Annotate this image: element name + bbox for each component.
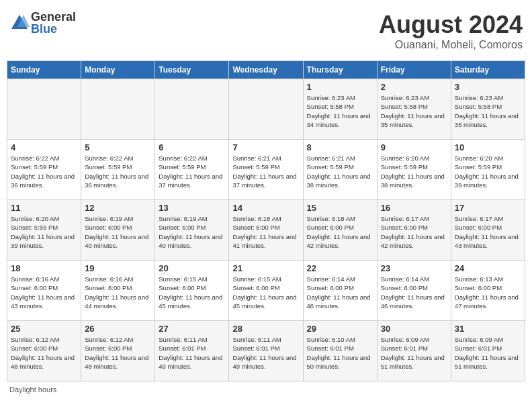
day-info: Sunrise: 6:14 AM Sunset: 6:00 PM Dayligh…: [307, 275, 373, 310]
day-number: 26: [85, 324, 151, 334]
calendar-cell: 4Sunrise: 6:22 AM Sunset: 5:59 PM Daylig…: [7, 140, 81, 200]
day-info: Sunrise: 6:23 AM Sunset: 5:58 PM Dayligh…: [455, 93, 521, 129]
calendar-week-2: 11Sunrise: 6:20 AM Sunset: 5:59 PM Dayli…: [7, 200, 525, 261]
day-info: Sunrise: 6:19 AM Sunset: 6:00 PM Dayligh…: [159, 214, 225, 250]
logo-general: General: [31, 11, 76, 23]
calendar-cell: 6Sunrise: 6:22 AM Sunset: 5:59 PM Daylig…: [155, 140, 229, 200]
day-number: 27: [159, 324, 225, 334]
calendar-cell: 10Sunrise: 6:20 AM Sunset: 5:59 PM Dayli…: [451, 140, 525, 200]
day-number: 28: [232, 324, 299, 334]
header-monday: Monday: [81, 61, 155, 79]
day-info: Sunrise: 6:22 AM Sunset: 5:59 PM Dayligh…: [159, 154, 225, 189]
footer-text: Daylight hours: [9, 385, 56, 394]
day-number: 20: [159, 263, 225, 273]
day-number: 5: [85, 142, 151, 152]
day-info: Sunrise: 6:20 AM Sunset: 5:59 PM Dayligh…: [11, 214, 77, 250]
calendar-cell: 26Sunrise: 6:12 AM Sunset: 6:00 PM Dayli…: [81, 321, 155, 381]
day-number: 13: [159, 203, 225, 213]
day-number: 24: [455, 263, 521, 273]
calendar-cell: 24Sunrise: 6:13 AM Sunset: 6:00 PM Dayli…: [451, 261, 525, 321]
calendar-week-4: 25Sunrise: 6:12 AM Sunset: 6:00 PM Dayli…: [7, 321, 525, 381]
title-area: August 2024 Ouanani, Moheli, Comoros: [379, 11, 523, 51]
calendar-cell: 2Sunrise: 6:23 AM Sunset: 5:58 PM Daylig…: [377, 79, 451, 140]
day-info: Sunrise: 6:18 AM Sunset: 6:00 PM Dayligh…: [307, 214, 373, 250]
calendar-cell: 22Sunrise: 6:14 AM Sunset: 6:00 PM Dayli…: [303, 261, 377, 321]
day-info: Sunrise: 6:18 AM Sunset: 6:00 PM Dayligh…: [232, 214, 299, 250]
calendar-cell: 5Sunrise: 6:22 AM Sunset: 5:59 PM Daylig…: [81, 140, 155, 200]
calendar-header-row: SundayMondayTuesdayWednesdayThursdayFrid…: [7, 61, 525, 79]
day-number: 3: [455, 82, 521, 92]
calendar-cell: 13Sunrise: 6:19 AM Sunset: 6:00 PM Dayli…: [155, 200, 229, 261]
calendar-cell: 20Sunrise: 6:15 AM Sunset: 6:00 PM Dayli…: [155, 261, 229, 321]
header-thursday: Thursday: [303, 61, 377, 79]
day-info: Sunrise: 6:16 AM Sunset: 6:00 PM Dayligh…: [85, 275, 151, 310]
day-number: 1: [307, 82, 373, 92]
day-number: 25: [11, 324, 77, 334]
calendar-cell: 19Sunrise: 6:16 AM Sunset: 6:00 PM Dayli…: [81, 261, 155, 321]
day-info: Sunrise: 6:23 AM Sunset: 5:58 PM Dayligh…: [381, 93, 447, 129]
logo: General Blue: [9, 11, 76, 35]
day-number: 9: [381, 142, 447, 152]
page-header: General Blue August 2024 Ouanani, Moheli…: [7, 7, 525, 55]
day-number: 16: [381, 203, 447, 213]
calendar-cell: 18Sunrise: 6:16 AM Sunset: 6:00 PM Dayli…: [7, 261, 81, 321]
calendar-cell: 21Sunrise: 6:15 AM Sunset: 6:00 PM Dayli…: [229, 261, 303, 321]
calendar-cell: 12Sunrise: 6:19 AM Sunset: 6:00 PM Dayli…: [81, 200, 155, 261]
calendar-cell: 8Sunrise: 6:21 AM Sunset: 5:59 PM Daylig…: [303, 140, 377, 200]
calendar-cell: [229, 79, 303, 140]
header-tuesday: Tuesday: [155, 61, 229, 79]
day-info: Sunrise: 6:20 AM Sunset: 5:59 PM Dayligh…: [381, 154, 447, 189]
day-info: Sunrise: 6:13 AM Sunset: 6:00 PM Dayligh…: [455, 275, 521, 310]
day-number: 15: [307, 203, 373, 213]
logo-blue: Blue: [31, 23, 76, 35]
day-info: Sunrise: 6:16 AM Sunset: 6:00 PM Dayligh…: [11, 275, 77, 310]
day-number: 14: [232, 203, 299, 213]
day-number: 19: [85, 263, 151, 273]
calendar-week-3: 18Sunrise: 6:16 AM Sunset: 6:00 PM Dayli…: [7, 261, 525, 321]
day-number: 22: [307, 263, 373, 273]
calendar-cell: 27Sunrise: 6:11 AM Sunset: 6:01 PM Dayli…: [155, 321, 229, 381]
day-info: Sunrise: 6:17 AM Sunset: 6:00 PM Dayligh…: [381, 214, 447, 250]
header-wednesday: Wednesday: [229, 61, 303, 79]
day-info: Sunrise: 6:11 AM Sunset: 6:01 PM Dayligh…: [159, 335, 225, 371]
day-number: 17: [455, 203, 521, 213]
footer-note: Daylight hours: [7, 385, 525, 394]
month-year: August 2024: [379, 11, 523, 39]
calendar-cell: 17Sunrise: 6:17 AM Sunset: 6:00 PM Dayli…: [451, 200, 525, 261]
day-info: Sunrise: 6:22 AM Sunset: 5:59 PM Dayligh…: [11, 154, 77, 189]
day-number: 29: [307, 324, 373, 334]
day-number: 31: [455, 324, 521, 334]
calendar-week-1: 4Sunrise: 6:22 AM Sunset: 5:59 PM Daylig…: [7, 140, 525, 200]
day-info: Sunrise: 6:21 AM Sunset: 5:59 PM Dayligh…: [307, 154, 373, 189]
day-info: Sunrise: 6:23 AM Sunset: 5:58 PM Dayligh…: [307, 93, 373, 129]
calendar-cell: 31Sunrise: 6:09 AM Sunset: 6:01 PM Dayli…: [451, 321, 525, 381]
day-info: Sunrise: 6:09 AM Sunset: 6:01 PM Dayligh…: [455, 335, 521, 371]
calendar-cell: 7Sunrise: 6:21 AM Sunset: 5:59 PM Daylig…: [229, 140, 303, 200]
day-number: 2: [381, 82, 447, 92]
day-info: Sunrise: 6:10 AM Sunset: 6:01 PM Dayligh…: [307, 335, 373, 371]
calendar-cell: [81, 79, 155, 140]
calendar-cell: 30Sunrise: 6:09 AM Sunset: 6:01 PM Dayli…: [377, 321, 451, 381]
day-number: 11: [11, 203, 77, 213]
calendar-cell: 3Sunrise: 6:23 AM Sunset: 5:58 PM Daylig…: [451, 79, 525, 140]
calendar-cell: 14Sunrise: 6:18 AM Sunset: 6:00 PM Dayli…: [229, 200, 303, 261]
day-info: Sunrise: 6:12 AM Sunset: 6:00 PM Dayligh…: [85, 335, 151, 371]
calendar-cell: 15Sunrise: 6:18 AM Sunset: 6:00 PM Dayli…: [303, 200, 377, 261]
calendar-cell: [155, 79, 229, 140]
day-info: Sunrise: 6:09 AM Sunset: 6:01 PM Dayligh…: [381, 335, 447, 371]
day-info: Sunrise: 6:21 AM Sunset: 5:59 PM Dayligh…: [232, 154, 299, 189]
calendar-cell: 9Sunrise: 6:20 AM Sunset: 5:59 PM Daylig…: [377, 140, 451, 200]
calendar-cell: 23Sunrise: 6:14 AM Sunset: 6:00 PM Dayli…: [377, 261, 451, 321]
day-number: 12: [85, 203, 151, 213]
calendar-cell: 28Sunrise: 6:11 AM Sunset: 6:01 PM Dayli…: [229, 321, 303, 381]
logo-text: General Blue: [31, 11, 76, 35]
day-number: 6: [159, 142, 225, 152]
day-number: 10: [455, 142, 521, 152]
day-number: 21: [232, 263, 299, 273]
day-info: Sunrise: 6:11 AM Sunset: 6:01 PM Dayligh…: [232, 335, 299, 371]
day-number: 8: [307, 142, 373, 152]
day-number: 23: [381, 263, 447, 273]
day-number: 7: [232, 142, 299, 152]
calendar-cell: 11Sunrise: 6:20 AM Sunset: 5:59 PM Dayli…: [7, 200, 81, 261]
day-number: 18: [11, 263, 77, 273]
